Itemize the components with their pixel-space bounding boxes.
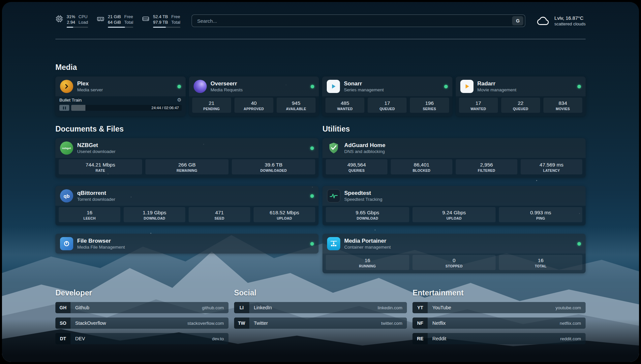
stat-block: 2,956 FILTERED xyxy=(456,159,517,174)
stat-value: 0 xyxy=(414,257,495,263)
disk-widget: 52.4 TB Free 97.9 TB Total xyxy=(142,14,180,28)
bookmark-linkedin[interactable]: LI LinkedIn linkedin.com xyxy=(234,302,407,313)
service-card-plex: Plex Media server Bullet Train ⚙ xyxy=(55,76,186,116)
stat-value: 266 GB xyxy=(147,162,228,168)
bookmark-abbr: LI xyxy=(234,302,249,313)
bookmark-url: github.com xyxy=(202,305,224,310)
status-dot xyxy=(577,242,581,246)
stat-label: RATE xyxy=(60,168,141,172)
service-link-nzbget[interactable]: nzbget NZBGet Usenet downloader xyxy=(55,138,319,158)
service-link-portainer[interactable]: Media Portainer Container management xyxy=(322,234,586,254)
stat-label: FILTERED xyxy=(457,168,516,172)
stat-value: 17 xyxy=(460,100,497,106)
nzbget-icon: nzbget xyxy=(60,141,73,155)
disk-usage-bar-fill xyxy=(153,27,166,28)
service-card-sonarr: Sonarr Series management 485 WANTED 17 Q… xyxy=(322,76,452,116)
stat-value: 9.65 Gbps xyxy=(327,209,408,216)
stat-value: 39.6 TB xyxy=(233,162,314,168)
service-name: qBittorrent xyxy=(77,190,115,197)
bookmark-youtube[interactable]: YT YouTube youtube.com xyxy=(412,302,586,313)
service-card-radarr: Radarr Movie management 17 WANTED 22 QUE… xyxy=(456,76,586,116)
memory-usage-bar-fill xyxy=(108,27,125,28)
stat-label: APPROVED xyxy=(236,107,272,111)
bookmark-github[interactable]: GH Github github.com xyxy=(55,302,229,313)
bookmark-url: reddit.com xyxy=(560,336,581,341)
stat-label: WANTED xyxy=(460,107,497,111)
stat-block: 16 TOTAL xyxy=(499,255,582,270)
memory-usage-bar xyxy=(108,27,133,28)
sonarr-icon xyxy=(327,80,340,93)
playback-time: 24:44 / 02:06:47 xyxy=(151,105,179,111)
service-card-qbittorrent: qb qBittorrent Torrent downloader 16 xyxy=(55,186,319,226)
bookmark-group-developer: Developer GH Github github.com SO StackO… xyxy=(55,288,229,349)
bookmark-name: Github xyxy=(75,305,89,310)
section-title-entertainment: Entertainment xyxy=(412,288,586,297)
stat-value: 834 xyxy=(545,100,581,106)
service-link-overseerr[interactable]: Overseerr Media Requests xyxy=(189,76,319,96)
service-link-filebrowser[interactable]: File Browser Media File Management xyxy=(55,234,319,254)
bookmark-abbr: YT xyxy=(412,302,428,313)
bookmark-abbr: TW xyxy=(234,318,249,329)
search-input[interactable] xyxy=(197,18,512,24)
bookmark-reddit[interactable]: RE Reddit reddit.com xyxy=(412,333,586,344)
plex-now-playing: Bullet Train ⚙ 24:44 / 02:06:47 xyxy=(55,96,186,114)
stat-label: REMAINING xyxy=(147,168,228,172)
cpu-widget: 31% CPU 2.94 Load xyxy=(55,14,88,28)
bookmark-stackoverflow[interactable]: SO StackOverflow stackoverflow.com xyxy=(55,318,229,329)
stat-value: 40 xyxy=(236,100,272,106)
settings-gear-icon[interactable]: ⚙ xyxy=(177,97,181,103)
bookmark-twitter[interactable]: TW Twitter twitter.com xyxy=(234,318,407,329)
pause-button[interactable] xyxy=(59,105,69,111)
now-playing-title: Bullet Train xyxy=(59,98,82,103)
bookmark-url: twitter.com xyxy=(381,321,403,326)
disk-total-value: 97.9 TB xyxy=(153,19,168,25)
service-name: AdGuard Home xyxy=(344,142,385,149)
cpu-usage-bar xyxy=(67,27,88,28)
status-dot xyxy=(310,242,314,246)
stat-block: 17 QUEUED xyxy=(368,98,407,113)
section-title-developer: Developer xyxy=(55,288,229,297)
section-documents: Documents & Files nzbget NZBGet Usenet d… xyxy=(55,125,319,273)
qbittorrent-icon-label: qb xyxy=(64,193,70,199)
stat-block: 945 AVAILABLE xyxy=(277,98,316,113)
status-dot xyxy=(577,85,581,88)
playback-progress-bar[interactable]: 24:44 / 02:06:47 xyxy=(71,105,182,111)
filebrowser-icon xyxy=(60,237,73,250)
service-link-speedtest[interactable]: Speedtest Speedtest Tracking xyxy=(322,186,586,206)
bookmark-url: youtube.com xyxy=(556,305,581,310)
service-link-adguard[interactable]: AdGuard Home DNS and adblocking xyxy=(322,138,586,158)
service-description: Media server xyxy=(77,87,103,93)
service-name: Overseerr xyxy=(211,80,243,87)
search-provider-button[interactable]: G xyxy=(512,16,523,25)
stat-value: 17 xyxy=(369,100,405,106)
stat-value: 47.569 ms xyxy=(522,162,581,168)
service-link-plex[interactable]: Plex Media server xyxy=(55,76,186,96)
stat-block: 21 PENDING xyxy=(192,98,231,113)
stat-block: 16 RUNNING xyxy=(326,255,409,270)
bookmark-netflix[interactable]: NF Netflix netflix.com xyxy=(412,318,586,329)
stat-value: 9.24 Gbps xyxy=(414,209,495,216)
service-link-qbittorrent[interactable]: qb qBittorrent Torrent downloader xyxy=(55,186,319,206)
stat-block: 39.6 TB DOWNLOADED xyxy=(232,159,315,174)
service-link-sonarr[interactable]: Sonarr Series management xyxy=(322,76,452,96)
service-description: Torrent downloader xyxy=(77,197,115,202)
status-dot xyxy=(310,146,314,150)
cpu-usage-value: 31% xyxy=(67,14,75,19)
cloud-icon xyxy=(536,14,550,28)
speedtest-icon xyxy=(327,189,340,202)
memory-free-label: Free xyxy=(124,14,133,19)
stat-value: 16 xyxy=(327,257,408,263)
stat-block: 834 MOVIES xyxy=(543,98,582,113)
stat-value: 21 xyxy=(194,100,230,106)
stat-label: SERIES xyxy=(411,107,447,111)
stat-value: 744.21 Mbps xyxy=(60,162,141,168)
bookmark-url: linkedin.com xyxy=(378,305,402,310)
stat-label: TOTAL xyxy=(500,264,581,268)
weather-widget: Lviv, 16.87°C scattered clouds xyxy=(536,14,586,28)
bookmark-abbr: SO xyxy=(55,318,71,329)
bookmark-dev[interactable]: DT DEV dev.to xyxy=(55,333,229,344)
service-link-radarr[interactable]: Radarr Movie management xyxy=(456,76,586,96)
radarr-icon xyxy=(460,80,473,93)
memory-icon xyxy=(97,15,105,23)
service-description: Usenet downloader xyxy=(77,149,115,154)
